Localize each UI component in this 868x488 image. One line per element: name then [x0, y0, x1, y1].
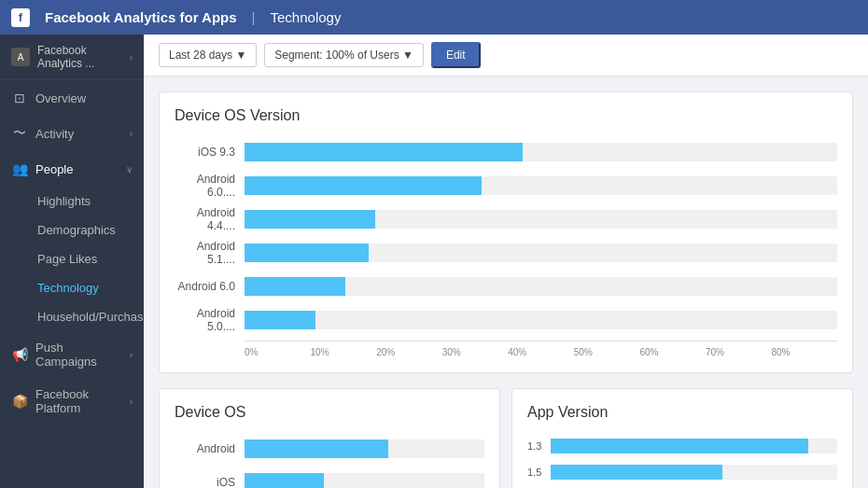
sidebar-sub-item-demographics[interactable]: Demographics — [0, 216, 144, 244]
sidebar-item-overview[interactable]: ⊡ Overview — [0, 80, 144, 116]
axis-label: 0% — [245, 347, 311, 357]
axis-label: 40% — [508, 347, 574, 357]
table-row: Android — [175, 436, 484, 462]
sidebar-item-label: Overview — [35, 91, 133, 105]
sidebar-app-item[interactable]: A Facebook Analytics ... › — [0, 35, 144, 80]
device-os-version-chart: iOS 9.3 Android 6.0.... Android 4.4.... — [175, 139, 837, 357]
axis-label: 20% — [376, 347, 442, 357]
app-version-title: App Version — [527, 404, 837, 421]
app-title: Facebook Analytics for Apps — [45, 9, 237, 25]
bar-track — [245, 473, 484, 488]
app-icon: A — [11, 48, 30, 66]
bar-fill — [245, 473, 324, 488]
bar-label: Android 4.4.... — [175, 206, 245, 232]
sidebar-sub-item-household[interactable]: Household/Purchase — [0, 302, 144, 331]
sidebar-item-label: Facebook Platform — [35, 387, 122, 415]
bar-track — [245, 439, 484, 458]
axis-label: 10% — [311, 347, 377, 357]
table-row: Android 5.0.... — [175, 307, 837, 333]
top-bar: f Facebook Analytics for Apps | Technolo… — [0, 0, 868, 35]
bar-fill — [245, 311, 315, 329]
axis-label: 70% — [706, 347, 772, 357]
chart-axis: 0% 10% 20% 30% 40% 50% 60% 70% 80% — [245, 341, 837, 357]
bar-fill — [245, 244, 369, 262]
table-row: iOS — [175, 469, 484, 488]
bar-label: Android 5.1.... — [175, 240, 245, 266]
table-row: 1.5 — [527, 462, 837, 482]
content-area: Last 28 days ▼ Segment: 100% of Users ▼ … — [144, 35, 868, 488]
sidebar-item-people[interactable]: 👥 People ∨ — [0, 151, 144, 187]
axis-label: 80% — [772, 347, 838, 357]
chevron-right-icon: › — [130, 129, 133, 139]
bar-label: iOS — [175, 476, 245, 488]
sidebar-sub-item-highlights[interactable]: Highlights — [0, 187, 144, 216]
bar-track — [245, 143, 837, 161]
technology-label: Technology — [37, 281, 99, 295]
axis-label: 50% — [574, 347, 640, 357]
table-row: Android 6.0.... — [175, 173, 837, 199]
sidebar-item-push-campaigns[interactable]: 📢 Push Campaigns › — [0, 331, 144, 378]
table-row: 1.3 — [527, 436, 837, 456]
sidebar-item-label: People — [35, 162, 119, 176]
bar-label: Android — [175, 442, 245, 455]
highlights-label: Highlights — [37, 194, 91, 208]
chevron-right-icon: › — [130, 397, 133, 407]
sidebar-app-label: Facebook Analytics ... — [37, 44, 122, 70]
household-label: Household/Purchase — [37, 310, 144, 324]
device-os-card: Device OS Android iOS — [159, 388, 500, 488]
table-row: iOS 9.3 — [175, 139, 837, 165]
charts-bottom: Device OS Android iOS — [159, 388, 853, 488]
chevron-right-icon: › — [130, 52, 133, 63]
table-row: Android 6.0 — [175, 273, 837, 300]
bar-track — [245, 210, 837, 229]
sidebar-sub-item-page-likes[interactable]: Page Likes — [0, 244, 144, 273]
bar-label: Android 6.0 — [175, 280, 245, 293]
axis-label: 60% — [639, 347, 706, 357]
bar-fill — [245, 143, 523, 161]
bar-label: Android 6.0.... — [175, 173, 245, 199]
sidebar: A Facebook Analytics ... › ⊡ Overview 〜 … — [0, 35, 144, 488]
bar-fill — [245, 277, 345, 296]
chevron-right-icon: › — [130, 350, 133, 360]
table-row: Android 5.1.... — [175, 240, 837, 266]
sidebar-item-label: Push Campaigns — [35, 341, 122, 369]
axis-label: 30% — [442, 347, 509, 357]
charts-area: Device OS Version iOS 9.3 Android 6.0...… — [144, 77, 868, 488]
bar-fill — [245, 210, 375, 229]
bar-track — [551, 439, 837, 453]
bar-track — [245, 244, 837, 262]
bar-fill — [551, 439, 808, 453]
table-row: Android 4.4.... — [175, 206, 837, 232]
app-version-label: 1.3 — [527, 440, 551, 452]
device-os-version-title: Device OS Version — [175, 107, 837, 124]
chevron-down-icon: ∨ — [126, 164, 133, 174]
facebook-logo: f — [11, 8, 30, 27]
page-likes-label: Page Likes — [37, 252, 97, 266]
date-filter-button[interactable]: Last 28 days ▼ — [159, 43, 257, 67]
bar-label: Android 5.0.... — [175, 307, 245, 333]
bar-fill — [245, 176, 482, 195]
sidebar-item-facebook-platform[interactable]: 📦 Facebook Platform › — [0, 378, 144, 425]
bar-track — [245, 311, 837, 329]
segment-filter-button[interactable]: Segment: 100% of Users ▼ — [264, 43, 424, 67]
push-campaigns-icon: 📢 — [11, 346, 28, 363]
bar-track — [245, 176, 837, 195]
facebook-platform-icon: 📦 — [11, 393, 28, 410]
demographics-label: Demographics — [37, 223, 116, 237]
people-icon: 👥 — [11, 160, 28, 177]
edit-button[interactable]: Edit — [431, 42, 481, 68]
device-os-version-card: Device OS Version iOS 9.3 Android 6.0...… — [159, 91, 853, 373]
main-layout: A Facebook Analytics ... › ⊡ Overview 〜 … — [0, 35, 868, 488]
section-title: Technology — [271, 9, 342, 25]
toolbar: Last 28 days ▼ Segment: 100% of Users ▼ … — [144, 35, 868, 77]
bar-label: iOS 9.3 — [175, 146, 245, 159]
bar-track — [551, 465, 837, 480]
bar-track — [245, 277, 837, 296]
sidebar-item-activity[interactable]: 〜 Activity › — [0, 116, 144, 151]
app-version-card: App Version 1.3 1.5 1.4 — [511, 388, 853, 488]
device-os-title: Device OS — [175, 404, 484, 421]
overview-icon: ⊡ — [11, 90, 28, 106]
sidebar-item-label: Activity — [35, 127, 122, 141]
sidebar-sub-item-technology[interactable]: Technology — [0, 273, 144, 302]
app-version-label: 1.5 — [527, 467, 551, 478]
